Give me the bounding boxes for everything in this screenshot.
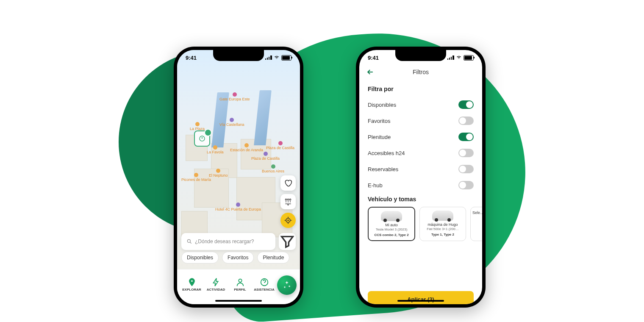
battery-icon (464, 55, 474, 61)
poi-neptuno[interactable]: El Neptuno (209, 169, 228, 178)
toggle-label: E-hub (368, 182, 383, 189)
poi-aranda[interactable]: Estación de Aranda (230, 143, 263, 152)
svg-point-2 (287, 199, 289, 200)
chip-favoritos[interactable]: Favoritos (222, 252, 254, 264)
signal-icon (447, 56, 454, 60)
apply-button[interactable]: Aplicar (3) (368, 291, 474, 304)
user-icon (236, 278, 245, 287)
vehicle-card-more[interactable]: Sele… (470, 207, 482, 241)
poi-gate[interactable]: Gate Europa Este (219, 92, 250, 101)
page-title: Filtros (413, 69, 429, 75)
toggle-accesibles[interactable] (458, 149, 474, 157)
bolt-icon (211, 278, 221, 287)
charger-count-badge (204, 129, 212, 136)
toggle-row-disponibles: Disponibles (368, 97, 474, 113)
chip-disponibles[interactable]: Disponibles (181, 252, 219, 264)
charger-pin[interactable] (194, 130, 210, 147)
notch (395, 50, 446, 61)
svg-point-7 (191, 280, 193, 282)
poi-laplaza[interactable]: La Plaza (190, 122, 205, 131)
toggle-ehub[interactable] (458, 181, 474, 189)
chip-plenitude[interactable]: Plenitude (257, 252, 289, 264)
svg-point-1 (285, 199, 286, 200)
svg-point-3 (289, 199, 291, 200)
toggle-label: Accesibles h24 (368, 150, 405, 156)
car-icon (381, 211, 402, 221)
filter-button[interactable] (279, 233, 296, 250)
phone-explore: 9:41 Gate Europa Este La Plaza Vía Caste… (174, 47, 303, 308)
favorites-button[interactable] (280, 175, 296, 191)
tab-explorar[interactable]: EXPLORAR (180, 278, 204, 291)
toggle-row-reservables: Reservables (368, 161, 474, 177)
poi-buenosaires[interactable]: Buenos Aires (262, 164, 284, 173)
status-time: 9:41 (368, 55, 379, 61)
poi-castellana[interactable]: Vía Castellana (219, 118, 244, 127)
locate-button[interactable] (280, 213, 296, 228)
filters-header: Filtros (359, 65, 482, 79)
tab-actividad[interactable]: ACTIVIDAD (204, 278, 228, 291)
svg-point-5 (288, 220, 289, 221)
sparkle-icon (282, 280, 292, 290)
toggle-row-plenitude: Plenitude (368, 129, 474, 145)
layers-button[interactable] (280, 194, 296, 209)
poi-hotel4c[interactable]: Hotel 4C Puerta de Europa (215, 203, 261, 211)
poi-plazacastilla-metro[interactable]: Plaza de Castilla (266, 141, 294, 150)
toggle-label: Disponibles (368, 102, 396, 108)
section-filter-by: Filtra por (368, 86, 474, 92)
tab-perfil[interactable]: PERFIL (228, 278, 252, 291)
wifi-icon (274, 55, 280, 61)
help-icon (260, 278, 269, 287)
toggle-row-favoritos: Favoritos (368, 113, 474, 129)
toggle-reservables[interactable] (458, 165, 474, 173)
search-input[interactable]: ¿Dónde deseas recargar? (181, 233, 275, 250)
wifi-icon (456, 55, 462, 61)
vehicle-cards[interactable]: Mi auto Tesla Model 3 (2023) CCS combo 2… (368, 207, 474, 241)
toggle-label: Favoritos (368, 118, 390, 124)
home-indicator (397, 300, 444, 302)
svg-point-8 (239, 279, 242, 282)
toggle-disponibles[interactable] (458, 100, 474, 109)
vehicle-card-hugo[interactable]: máquina de Hugo Fiat 500e 3+1 (200… Type… (419, 207, 466, 241)
poi-plazacastilla[interactable]: Plaza de Castilla (251, 152, 280, 161)
toggle-label: Plenitude (368, 134, 391, 140)
signal-icon (265, 56, 272, 60)
home-indicator (215, 300, 262, 302)
section-vehicle: Vehículo y tomas (368, 196, 474, 203)
search-icon (186, 239, 192, 244)
toggle-row-ehub: E-hub (368, 177, 474, 193)
map-pin-icon (187, 278, 197, 287)
battery-icon (281, 55, 291, 61)
toggle-label: Reservables (368, 166, 398, 172)
filter-icon (279, 233, 296, 250)
toggle-row-accesibles: Accesibles h24 (368, 145, 474, 161)
poi-picones[interactable]: Picones de María (181, 173, 211, 182)
poi-favola[interactable]: La Favola (207, 145, 224, 154)
toggle-plenitude[interactable] (458, 133, 474, 141)
notch (213, 50, 264, 61)
fab-sparkle[interactable] (277, 275, 297, 295)
filter-chips: Disponibles Favoritos Plenitude (181, 252, 296, 264)
tab-asistencia[interactable]: ASISTENCIA (252, 278, 276, 291)
car-icon (432, 211, 453, 221)
toggle-favoritos[interactable] (458, 117, 474, 125)
search-placeholder: ¿Dónde deseas recargar? (195, 239, 254, 244)
status-time: 9:41 (186, 55, 197, 61)
arrow-left-icon (366, 68, 375, 76)
svg-point-6 (187, 239, 190, 242)
vehicle-card-mi-auto[interactable]: Mi auto Tesla Model 3 (2023) CCS combo 2… (368, 207, 415, 241)
phone-filters: 9:41 Filtros Filtra por Disponibles (356, 47, 486, 308)
back-button[interactable] (366, 68, 375, 76)
